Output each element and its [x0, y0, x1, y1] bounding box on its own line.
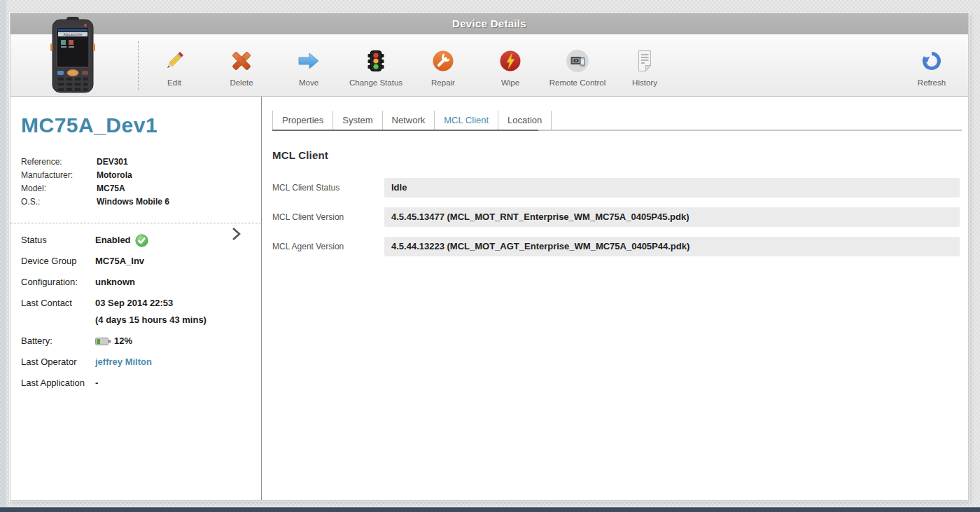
configuration-row: Configuration: unknown [21, 275, 253, 289]
device-photo: AppLauncher [46, 17, 100, 95]
handheld-device-icon: AppLauncher [46, 17, 100, 95]
history-document-icon [633, 48, 657, 74]
device-group-value: MC75A_Inv [95, 254, 144, 268]
last-operator-label: Last Operator [21, 355, 95, 369]
repair-button-label: Repair [431, 78, 455, 87]
mcl-agent-version-label: MCL Agent Version [272, 237, 384, 256]
mcl-client-status-label: MCL Client Status [272, 178, 384, 198]
info-row-manufacturer: Manufacturer: Motorola [21, 169, 253, 182]
window-title: Device Details [10, 13, 968, 34]
panel-divider [10, 223, 261, 223]
move-button[interactable]: Move [275, 44, 342, 87]
status-value: Enabled [95, 233, 131, 247]
mcl-client-status-value: Idle [384, 178, 960, 198]
history-button-label: History [632, 78, 657, 87]
configuration-value: unknown [95, 275, 135, 289]
refresh-button[interactable]: Refresh [902, 44, 961, 87]
refresh-icon [920, 48, 943, 74]
move-arrow-icon [297, 48, 321, 74]
status-label: Status [21, 233, 95, 247]
reference-value: DEV301 [97, 155, 128, 169]
last-contact-ago: (4 days 15 hours 43 mins) [95, 313, 253, 327]
wipe-button[interactable]: Wipe [477, 44, 544, 87]
edit-button-label: Edit [167, 78, 181, 87]
manufacturer-label: Manufacturer: [21, 169, 97, 182]
toolbar-separator [138, 41, 139, 90]
wipe-button-label: Wipe [501, 78, 519, 87]
tab-location[interactable]: Location [498, 111, 552, 130]
tab-network[interactable]: Network [383, 111, 435, 130]
mcl-agent-version-value: 4.5.44.13223 (MCL_MOT_AGT_Enterprise_WM_… [384, 237, 960, 256]
configuration-label: Configuration: [21, 275, 95, 289]
device-info-block: Reference: DEV301 Manufacturer: Motorola… [21, 155, 253, 209]
repair-wrench-icon [431, 48, 455, 74]
model-label: Model: [21, 182, 97, 195]
battery-value: 12% [114, 334, 132, 348]
move-button-label: Move [299, 78, 318, 87]
model-value: MC75A [97, 182, 125, 195]
tab-properties[interactable]: Properties [272, 111, 333, 130]
tabs-underline [272, 130, 962, 131]
edit-button[interactable]: Edit [141, 44, 208, 87]
svg-text:AppLauncher: AppLauncher [64, 33, 83, 36]
mcl-client-version-row: MCL Client Version 4.5.45.13477 (MCL_MOT… [272, 207, 968, 227]
pencil-icon [162, 48, 186, 74]
device-status-block: Status Enabled Device Group [21, 233, 253, 390]
status-enabled-check-icon [135, 234, 148, 247]
info-row-os: O.S.: Windows Mobile 6 [21, 195, 253, 209]
tab-mcl-client[interactable]: MCL Client [435, 111, 498, 130]
page-bottom-bar [0, 507, 980, 512]
last-operator-row: Last Operator jeffrey Milton [21, 355, 253, 369]
os-label: O.S.: [21, 195, 97, 209]
last-application-label: Last Application [21, 376, 95, 390]
tab-system[interactable]: System [333, 111, 382, 130]
device-group-label: Device Group [21, 254, 95, 268]
change-status-button[interactable]: Change Status [342, 44, 410, 87]
mcl-agent-version-row: MCL Agent Version 4.5.44.13223 (MCL_MOT_… [272, 237, 968, 256]
history-button[interactable]: History [611, 44, 678, 87]
toolbar: AppLauncher [10, 34, 968, 97]
device-group-row: Device Group MC75A_Inv [21, 254, 253, 268]
remote-control-button-label: Remote Control [550, 78, 606, 87]
mcl-client-version-label: MCL Client Version [272, 207, 384, 227]
last-contact-label: Last Contact [21, 296, 95, 310]
delete-x-icon [230, 48, 253, 74]
expand-chevron-icon[interactable] [230, 226, 241, 244]
info-row-model: Model: MC75A [21, 182, 253, 195]
device-name: MC75A_Dev1 [21, 113, 253, 137]
battery-label: Battery: [21, 334, 95, 348]
status-row: Status Enabled [21, 233, 253, 247]
mcl-client-heading: MCL Client [272, 149, 968, 161]
remote-control-icon [565, 48, 590, 74]
delete-button-label: Delete [230, 78, 253, 87]
last-application-value: - [95, 376, 98, 390]
device-summary-panel: MC75A_Dev1 Reference: DEV301 Manufacture… [10, 97, 262, 500]
detail-tabs: Properties System Network MCL Client Loc… [272, 111, 968, 130]
last-application-row: Last Application - [21, 376, 253, 390]
refresh-button-label: Refresh [918, 78, 946, 87]
wipe-lightning-icon [498, 48, 522, 74]
mcl-client-fields: MCL Client Status Idle MCL Client Versio… [272, 178, 968, 256]
remote-control-button[interactable]: Remote Control [544, 44, 611, 87]
battery-row: Battery: 12% [21, 334, 253, 348]
last-contact-row: Last Contact 03 Sep 2014 22:53 [21, 296, 253, 310]
page-left-edge [0, 0, 6, 512]
traffic-light-icon [364, 48, 388, 74]
reference-label: Reference: [21, 155, 97, 169]
mcl-client-version-value: 4.5.45.13477 (MCL_MOT_RNT_Enterprise_WM_… [384, 207, 960, 227]
device-details-window: Device Details AppLauncher [10, 13, 969, 501]
info-row-reference: Reference: DEV301 [21, 155, 253, 169]
battery-icon [95, 337, 111, 346]
last-operator-link[interactable]: jeffrey Milton [95, 355, 152, 369]
manufacturer-value: Motorola [97, 169, 132, 182]
repair-button[interactable]: Repair [410, 44, 477, 87]
toolbar-buttons: Edit Delete [141, 34, 678, 96]
last-contact-value: 03 Sep 2014 22:53 [95, 296, 173, 310]
mcl-client-status-row: MCL Client Status Idle [272, 178, 968, 198]
delete-button[interactable]: Delete [208, 44, 275, 87]
change-status-button-label: Change Status [349, 78, 402, 87]
os-value: Windows Mobile 6 [97, 195, 169, 209]
device-detail-panel: Properties System Network MCL Client Loc… [262, 97, 968, 500]
